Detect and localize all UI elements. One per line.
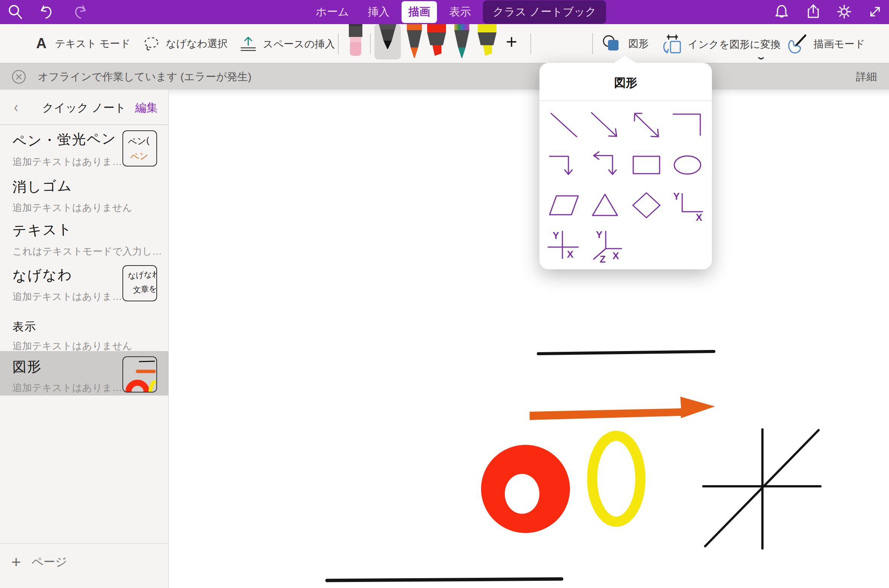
svg-text:X: X bbox=[567, 249, 574, 260]
top-bar: ホーム 挿入 描画 表示 クラス ノートブック bbox=[0, 0, 889, 24]
popup-divider bbox=[539, 101, 712, 101]
ink-to-shape-button[interactable]: インクを図形に変換 bbox=[661, 34, 781, 55]
pen-black-selected[interactable]: ⌄ bbox=[374, 24, 401, 60]
ink-black-line-top bbox=[538, 351, 714, 354]
page-thumbnail: なげなわ 文章を bbox=[122, 265, 157, 301]
ink-yellow-ring bbox=[592, 436, 640, 522]
offline-message: オフラインで作業しています (エラーが発生) bbox=[38, 70, 252, 84]
undo-icon[interactable] bbox=[38, 3, 55, 20]
ribbon-tabs: ホーム 挿入 描画 表示 クラス ノートブック bbox=[309, 0, 606, 24]
shape-rectangle[interactable] bbox=[626, 145, 667, 186]
shapes-icon bbox=[601, 34, 623, 53]
page-item-view[interactable]: 表示 追加テキストはありません bbox=[0, 313, 168, 351]
shape-empty-cell bbox=[626, 226, 667, 266]
shape-ellipse[interactable] bbox=[667, 145, 709, 186]
svg-text:X: X bbox=[696, 212, 703, 223]
shape-empty-cell bbox=[667, 226, 709, 266]
draw-mode-hand-pen-icon bbox=[786, 34, 808, 54]
page-thumbnail: ペン( ペン bbox=[122, 130, 157, 166]
shapes-popup: 図形 YX YX YXZ bbox=[539, 63, 712, 269]
shape-double-arrow[interactable] bbox=[626, 105, 667, 145]
shape-axes-xyz[interactable]: YXZ bbox=[585, 226, 626, 266]
page-thumbnail bbox=[122, 356, 157, 393]
thumb-text: ペン( bbox=[127, 134, 157, 148]
ink-red-donut bbox=[481, 445, 570, 533]
shapes-grid: YX YX YXZ bbox=[543, 105, 708, 266]
lasso-select-button[interactable]: なげなわ選択 bbox=[142, 35, 228, 52]
tab-view[interactable]: 表示 bbox=[442, 1, 478, 23]
text-mode-icon: A bbox=[33, 35, 50, 52]
page-item-pen-highlighter[interactable]: ペン・蛍光ペン 追加テキストはありま… ペン( ペン bbox=[0, 125, 168, 171]
offline-status-bar: オフラインで作業しています (エラーが発生) 詳細 bbox=[0, 63, 889, 90]
pen-rainbow[interactable] bbox=[451, 24, 472, 62]
page-item-eraser[interactable]: 消しゴム 追加テキストはありません bbox=[0, 171, 168, 215]
page-item-subtitle: これはテキストモードで入力し… bbox=[12, 245, 168, 258]
shape-diamond[interactable] bbox=[626, 185, 667, 226]
popup-callout-arrow bbox=[613, 56, 637, 63]
settings-gear-icon[interactable] bbox=[836, 3, 853, 20]
thumb-text: なげなわ bbox=[127, 269, 157, 281]
highlighter-red[interactable] bbox=[425, 24, 448, 62]
notifications-bell-icon[interactable] bbox=[773, 3, 790, 20]
text-mode-button[interactable]: A テキスト モード bbox=[33, 35, 130, 52]
svg-text:Y: Y bbox=[673, 191, 680, 202]
add-page-label: ページ bbox=[32, 554, 67, 570]
shapes-popup-title: 図形 bbox=[539, 75, 712, 91]
tab-draw[interactable]: 描画 bbox=[402, 1, 437, 23]
sidebar-header: ‹ クイック ノート 編集 bbox=[0, 90, 168, 125]
page-item-shapes-selected[interactable]: 図形 追加テキストはありま… bbox=[0, 351, 168, 396]
svg-text:X: X bbox=[613, 250, 619, 261]
error-circle-x-icon bbox=[10, 68, 28, 86]
eraser-tool[interactable] bbox=[347, 24, 364, 60]
shapes-button[interactable]: 図形 bbox=[601, 34, 649, 53]
highlighter-yellow[interactable] bbox=[475, 24, 499, 62]
page-item-lasso[interactable]: なげなわ 追加テキストはありま… なげなわ 文章を bbox=[0, 260, 168, 313]
shape-triangle[interactable] bbox=[585, 185, 626, 226]
drawing-canvas[interactable] bbox=[169, 90, 889, 588]
ink-to-shape-label: インクを図形に変換 bbox=[688, 38, 781, 51]
add-page-button[interactable]: + ページ bbox=[11, 554, 67, 570]
text-mode-label: テキスト モード bbox=[55, 37, 130, 50]
shape-line[interactable] bbox=[543, 105, 585, 145]
share-icon[interactable] bbox=[805, 3, 822, 20]
shape-corner-right-down[interactable] bbox=[667, 105, 709, 145]
insert-space-button[interactable]: スペースの挿入 bbox=[239, 35, 335, 53]
page-list-sidebar: ‹ クイック ノート 編集 ペン・蛍光ペン 追加テキストはありま… ペン( ペン… bbox=[0, 90, 169, 588]
shape-elbow-arrow-left-down[interactable] bbox=[585, 145, 626, 186]
page-item-subtitle: 追加テキストはありません bbox=[12, 339, 168, 353]
page-item-title: テキスト bbox=[12, 217, 168, 240]
shape-parallelogram[interactable] bbox=[543, 185, 585, 226]
tab-home[interactable]: ホーム bbox=[309, 1, 356, 23]
lasso-label: なげなわ選択 bbox=[166, 37, 228, 50]
redo-icon[interactable] bbox=[72, 3, 89, 20]
sidebar-footer: + ページ bbox=[0, 543, 168, 588]
ink-orange-arrow bbox=[530, 397, 715, 420]
fullscreen-expand-icon[interactable] bbox=[866, 3, 884, 20]
search-icon[interactable] bbox=[7, 3, 24, 20]
lasso-icon bbox=[142, 35, 160, 52]
shape-arrow[interactable] bbox=[585, 105, 626, 145]
svg-text:Y: Y bbox=[553, 230, 559, 241]
tab-insert[interactable]: 挿入 bbox=[361, 1, 396, 23]
thumb-text: ペン bbox=[130, 149, 157, 163]
draw-mode-button[interactable]: 描画モード bbox=[786, 34, 865, 54]
plus-icon: + bbox=[11, 554, 21, 570]
pen-orange[interactable] bbox=[404, 24, 425, 62]
ink-black-line-bottom bbox=[327, 579, 562, 580]
page-item-subtitle: 追加テキストはありません bbox=[12, 201, 168, 214]
ink-to-shape-icon bbox=[661, 34, 683, 55]
shapes-label: 図形 bbox=[628, 37, 649, 50]
svg-text:Y: Y bbox=[596, 229, 602, 240]
onenote-app: ホーム 挿入 描画 表示 クラス ノートブック A テキスト モード なげなわ選… bbox=[0, 0, 889, 588]
shape-axes-cross[interactable]: YX bbox=[543, 226, 585, 266]
offline-detail-link[interactable]: 詳細 bbox=[856, 70, 877, 84]
shape-elbow-arrow-down[interactable] bbox=[543, 145, 585, 186]
edit-button[interactable]: 編集 bbox=[135, 100, 158, 116]
page-item-text[interactable]: テキスト これはテキストモードで入力し… bbox=[0, 215, 168, 260]
draw-mode-label: 描画モード bbox=[814, 37, 865, 51]
page-item-title: 消しゴム bbox=[12, 174, 168, 197]
draw-toolbar: A テキスト モード なげなわ選択 スペースの挿入 ⌄ bbox=[0, 24, 889, 63]
add-pen-button[interactable]: + bbox=[501, 32, 522, 53]
tab-class-notebook[interactable]: クラス ノートブック bbox=[483, 0, 606, 24]
shape-axes-xy[interactable]: YX bbox=[667, 185, 709, 226]
